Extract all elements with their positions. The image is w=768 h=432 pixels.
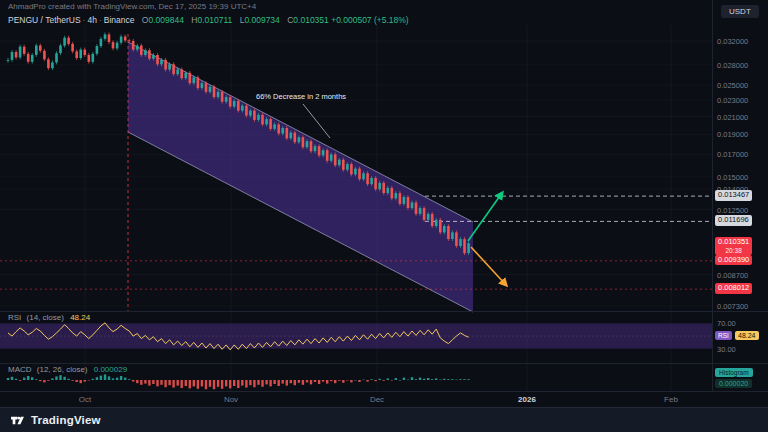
price-axis[interactable]: USDT RSI 48.24 Histogram 0.000020 0.0320… bbox=[713, 0, 768, 392]
macd-histogram-value-badge: 0.000020 bbox=[715, 379, 752, 388]
rsi-title: RSI bbox=[8, 313, 21, 322]
rsi-legend[interactable]: RSI (14, close) 48.24 bbox=[8, 313, 90, 322]
bearish-forecast-arrow[interactable] bbox=[471, 247, 506, 285]
rsi-value: 48.24 bbox=[70, 313, 90, 322]
price-tick: 0.015000 bbox=[717, 172, 748, 181]
price-badge-red: 0.01035120:38 bbox=[715, 237, 752, 255]
macd-params: (12, 26, close) bbox=[37, 365, 88, 374]
time-tick: Oct bbox=[79, 395, 91, 404]
footer-bar: TradingView bbox=[0, 407, 768, 432]
time-tick: 2026 bbox=[518, 395, 536, 404]
open-value: 0.009844 bbox=[148, 15, 183, 25]
time-tick: Feb bbox=[664, 395, 678, 404]
price-tick: 0.032000 bbox=[717, 37, 748, 46]
price-tick: 0.012500 bbox=[717, 205, 748, 214]
price-tick: 0.028000 bbox=[717, 60, 748, 69]
price-tick: 0.017000 bbox=[717, 150, 748, 159]
price-badge-light: 0.011696 bbox=[715, 215, 752, 226]
rsi-axis-tick: 70.00 bbox=[717, 319, 736, 328]
tradingview-brand-text[interactable]: TradingView bbox=[31, 414, 101, 426]
price-badge-red: 0.009390 bbox=[715, 255, 752, 266]
symbol-legend[interactable]: PENGU / TetherUS·4h·Binance O0.009844 H0… bbox=[8, 15, 409, 25]
currency-label[interactable]: USDT bbox=[721, 5, 759, 18]
price-tick: 0.008700 bbox=[717, 270, 748, 279]
rsi-axis-pill: RSI bbox=[715, 331, 732, 340]
annotation-text[interactable]: 66% Decrease in 2 months bbox=[256, 92, 346, 101]
bar-countdown: 20:38 bbox=[718, 247, 749, 254]
exchange-label: Binance bbox=[104, 15, 135, 25]
low-value: 0.009734 bbox=[244, 15, 279, 25]
rsi-axis-value-badge: 48.24 bbox=[735, 331, 759, 340]
macd-legend[interactable]: MACD (12, 26, close) 0.000029 bbox=[8, 365, 127, 374]
macd-title: MACD bbox=[8, 365, 32, 374]
symbol-name[interactable]: PENGU / TetherUS bbox=[8, 15, 81, 25]
legend-separator: · bbox=[83, 15, 86, 25]
close-value: 0.010351 bbox=[293, 15, 328, 25]
time-tick: Dec bbox=[370, 395, 384, 404]
bullish-forecast-arrow[interactable] bbox=[468, 193, 502, 241]
price-badge-light: 0.013467 bbox=[715, 190, 752, 201]
time-tick: Nov bbox=[224, 395, 238, 404]
price-tick: 0.021000 bbox=[717, 112, 748, 121]
price-tick: 0.019000 bbox=[717, 130, 748, 139]
macd-value: 0.000029 bbox=[94, 365, 127, 374]
rsi-axis-tick: 30.00 bbox=[717, 344, 736, 353]
macd-histogram-pill: Histogram bbox=[715, 368, 753, 377]
price-badge-red: 0.008012 bbox=[715, 283, 752, 294]
price-tick: 0.007300 bbox=[717, 301, 748, 310]
high-value: 0.010711 bbox=[197, 15, 232, 25]
chart-canvas[interactable] bbox=[0, 0, 768, 408]
tradingview-logo-icon[interactable] bbox=[10, 413, 25, 428]
macd-histogram bbox=[7, 374, 470, 389]
rsi-params: (14, close) bbox=[27, 313, 64, 322]
change-value: +0.000507 (+5.18%) bbox=[331, 15, 409, 25]
interval-label[interactable]: 4h bbox=[87, 15, 96, 25]
time-axis[interactable]: OctNovDec2026Feb bbox=[0, 392, 768, 407]
legend-separator: · bbox=[99, 15, 102, 25]
price-tick: 0.025000 bbox=[717, 81, 748, 90]
tradingview-chart-window: AhmadPro created with TradingView.com, D… bbox=[0, 0, 768, 432]
price-tick: 0.023000 bbox=[717, 96, 748, 105]
annotation-leader-line[interactable] bbox=[303, 104, 330, 138]
